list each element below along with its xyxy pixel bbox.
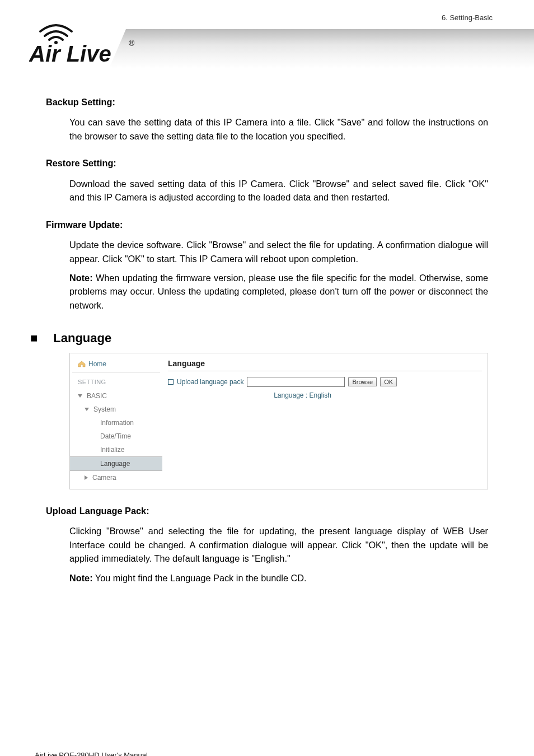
screenshot-container: Home SETTING BASIC System Information — [69, 353, 488, 489]
airlive-logo: Air Live ® — [29, 16, 141, 66]
tree-system[interactable]: System — [70, 403, 162, 416]
chapter-label: 6. Setting-Basic — [442, 13, 493, 22]
restore-heading: Restore Setting: — [46, 156, 488, 170]
tree-basic-label: BASIC — [87, 391, 107, 401]
upload-filepath-input[interactable] — [247, 377, 345, 387]
upload-pack-paragraph: Clicking "Browse" and selecting the file… — [69, 524, 488, 565]
upload-label: Upload language pack — [177, 377, 243, 387]
restore-paragraph: Download the saved setting data of this … — [69, 177, 488, 204]
note-body: You might find the Language Pack in the … — [93, 573, 307, 583]
note-body: When updating the firmware version, plea… — [69, 273, 488, 310]
firmware-heading: Firmware Update: — [46, 218, 488, 231]
backup-paragraph: You can save the setting data of this IP… — [69, 115, 488, 143]
tree-initialize[interactable]: Initialize — [70, 443, 162, 456]
tree-datetime-label: Date/Time — [100, 431, 131, 441]
setting-label: SETTING — [70, 377, 162, 387]
ok-button[interactable]: OK — [380, 377, 397, 386]
tree-information-label: Information — [100, 418, 134, 428]
tree-information[interactable]: Information — [70, 416, 162, 430]
home-link[interactable]: Home — [70, 358, 162, 372]
sidebar: Home SETTING BASIC System Information — [70, 353, 162, 489]
square-bullet-icon — [168, 379, 174, 385]
chevron-down-icon — [78, 394, 82, 398]
firmware-paragraph: Update the device software. Click "Brows… — [69, 238, 488, 265]
chevron-right-icon — [85, 475, 88, 480]
upload-row: Upload language pack Browse OK — [168, 377, 482, 387]
sidebar-separator — [72, 372, 160, 373]
home-label: Home — [88, 359, 106, 369]
section-bullet-icon: ■ — [30, 329, 38, 347]
firmware-note: Note: When updating the firmware version… — [69, 271, 488, 312]
main-panel: Language Upload language pack Browse OK … — [162, 353, 488, 489]
header-gradient — [109, 29, 534, 68]
backup-heading: Backup Setting: — [46, 95, 488, 109]
chevron-down-icon — [85, 408, 89, 411]
language-section-row: ■ Language — [30, 329, 488, 347]
tree-datetime[interactable]: Date/Time — [70, 430, 162, 443]
browse-button[interactable]: Browse — [348, 377, 377, 386]
language-section-title: Language — [53, 329, 111, 347]
svg-text:®: ® — [129, 39, 135, 48]
document-body: Backup Setting: You can save the setting… — [0, 84, 534, 607]
tree-language[interactable]: Language — [70, 456, 162, 471]
note-label: Note: — [69, 573, 93, 583]
tree-language-label: Language — [100, 459, 130, 469]
tree-initialize-label: Initialize — [100, 445, 124, 455]
tree-camera[interactable]: Camera — [70, 471, 162, 484]
page-header: 6. Setting-Basic Air Live ® — [0, 0, 534, 84]
home-icon — [78, 361, 86, 367]
note-label: Note: — [69, 273, 93, 283]
panel-header: Language — [168, 358, 482, 371]
tree-system-label: System — [93, 404, 116, 414]
upload-pack-note: Note: You might find the Language Pack i… — [69, 571, 488, 585]
ui-screenshot: Home SETTING BASIC System Information — [69, 353, 488, 489]
current-language-line: Language : English — [168, 390, 482, 400]
footer-text: AirLive POE-280HD User's Manual — [35, 751, 148, 756]
svg-text:Air Live: Air Live — [29, 41, 111, 66]
upload-pack-heading: Upload Language Pack: — [46, 504, 488, 517]
tree-camera-label: Camera — [92, 473, 116, 483]
tree-basic[interactable]: BASIC — [70, 389, 162, 403]
